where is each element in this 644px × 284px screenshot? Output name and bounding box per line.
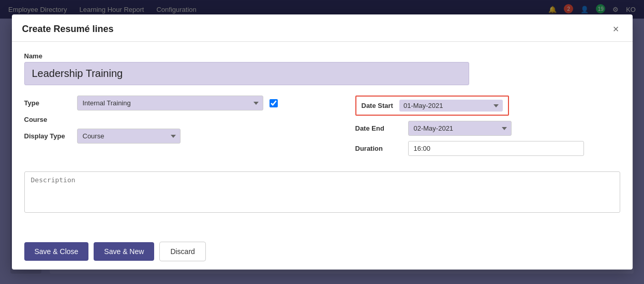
save-close-button[interactable]: Save & Close: [24, 242, 89, 261]
right-column: Date Start 01-May-2021 Date End 02-May-2…: [345, 96, 620, 161]
type-checkbox[interactable]: [269, 99, 278, 107]
modal-overlay: Create Resumé lines × Name Type Internal…: [0, 0, 644, 284]
duration-label: Duration: [355, 145, 402, 152]
date-start-select[interactable]: 01-May-2021: [399, 100, 503, 112]
name-section: Name: [24, 52, 620, 85]
date-start-label: Date Start: [362, 102, 393, 109]
description-textarea[interactable]: [24, 171, 620, 213]
dialog-body: Name Type Internal Training External Tra…: [12, 42, 633, 235]
dialog-title: Create Resumé lines: [22, 24, 114, 35]
name-input[interactable]: [24, 62, 469, 85]
dialog-footer: Save & Close Save & New Discard: [12, 235, 633, 270]
save-new-button[interactable]: Save & New: [94, 242, 154, 261]
discard-button[interactable]: Discard: [159, 242, 205, 261]
duration-row: Duration: [355, 141, 620, 156]
course-row: Course: [24, 116, 345, 123]
display-type-row: Display Type Course Education Experience: [24, 129, 345, 144]
date-end-label: Date End: [355, 124, 402, 132]
type-select[interactable]: Internal Training External Training Cour…: [77, 96, 263, 111]
dialog: Create Resumé lines × Name Type Internal…: [12, 14, 633, 270]
date-start-row: Date Start 01-May-2021: [355, 96, 620, 116]
date-end-select[interactable]: 02-May-2021: [408, 121, 512, 136]
date-end-row: Date End 02-May-2021: [355, 121, 620, 136]
main-form-area: Type Internal Training External Training…: [24, 96, 620, 161]
dialog-header: Create Resumé lines ×: [12, 14, 633, 42]
display-type-label: Display Type: [24, 132, 71, 140]
name-label: Name: [24, 52, 620, 60]
left-column: Type Internal Training External Training…: [24, 96, 345, 161]
description-area: [24, 171, 620, 215]
date-start-group: Date Start 01-May-2021: [355, 96, 509, 116]
type-label: Type: [24, 99, 71, 107]
type-row: Type Internal Training External Training…: [24, 96, 345, 111]
course-label: Course: [24, 116, 71, 123]
close-button[interactable]: ×: [610, 23, 622, 35]
display-type-select[interactable]: Course Education Experience: [77, 129, 181, 144]
duration-input[interactable]: [408, 141, 584, 156]
